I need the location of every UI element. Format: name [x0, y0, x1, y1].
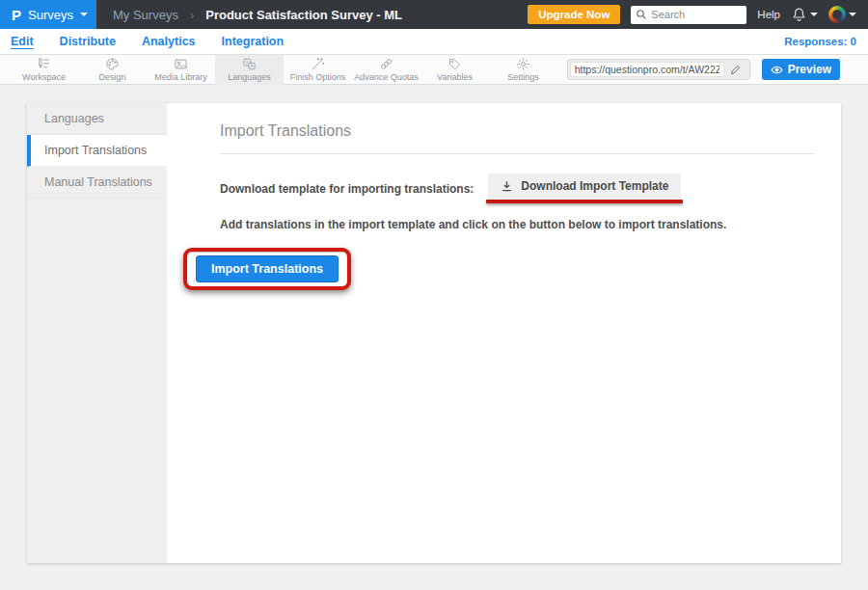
responses-count[interactable]: Responses: 0 — [784, 36, 856, 47]
languages-panel: Languages Import Translations Manual Tra… — [27, 103, 841, 563]
chevron-down-icon — [849, 13, 856, 16]
breadcrumb-separator: › — [190, 8, 194, 22]
global-search[interactable] — [631, 6, 746, 24]
toolbar-item-advance-quotas[interactable]: Advance Quotas — [352, 55, 420, 85]
breadcrumb-my-surveys[interactable]: My Surveys — [113, 8, 178, 22]
topbar-actions: Upgrade Now Help — [528, 5, 868, 24]
surveys-product-menu[interactable]: P Surveys — [0, 0, 96, 29]
chevron-down-icon — [80, 13, 88, 16]
top-bar: P Surveys My Surveys › Product Satisfact… — [0, 0, 868, 29]
download-template-wrap: Download Import Template — [488, 174, 681, 203]
product-menu-label: Surveys — [28, 8, 73, 22]
preview-button[interactable]: Preview — [762, 59, 840, 80]
download-import-template-button[interactable]: Download Import Template — [488, 174, 681, 199]
tab-integration[interactable]: Integration — [222, 35, 285, 48]
toolbar-item-languages[interactable]: xA Languages — [215, 55, 284, 85]
divider — [220, 153, 815, 154]
breadcrumb: My Surveys › Product Satisfaction Survey… — [113, 8, 402, 22]
download-button-label: Download Import Template — [521, 179, 668, 193]
search-icon — [636, 9, 647, 20]
download-icon — [501, 180, 513, 193]
search-input[interactable] — [651, 9, 742, 20]
notifications-menu[interactable] — [791, 7, 818, 23]
survey-nav-tabs: Edit Distribute Analytics Integration Re… — [0, 29, 868, 55]
survey-title: Product Satisfaction Survey - ML — [205, 8, 402, 22]
help-link[interactable]: Help — [757, 9, 780, 20]
languages-sidebar: Languages Import Translations Manual Tra… — [27, 103, 167, 563]
sidebar-item-import-translations[interactable]: Import Translations — [27, 135, 167, 167]
workspace-icon — [37, 57, 51, 71]
download-template-label: Download template for importing translat… — [220, 182, 474, 196]
tab-distribute[interactable]: Distribute — [60, 35, 116, 48]
bell-icon — [791, 7, 807, 23]
survey-url-input[interactable] — [570, 62, 724, 77]
chevron-down-icon — [810, 13, 818, 16]
toolbar-item-workspace[interactable]: Workspace — [10, 55, 78, 85]
sidebar-item-languages[interactable]: Languages — [27, 103, 167, 135]
variables-icon — [448, 57, 462, 71]
upgrade-now-button[interactable]: Upgrade Now — [528, 5, 620, 24]
toolbar-item-design[interactable]: Design — [78, 55, 147, 85]
avatar — [828, 6, 846, 23]
design-icon — [105, 57, 120, 71]
settings-icon — [516, 57, 530, 71]
eye-icon — [771, 64, 783, 76]
toolbar-item-finish-options[interactable]: Finish Options — [284, 55, 352, 85]
tab-edit[interactable]: Edit — [11, 35, 34, 48]
survey-url-box — [567, 59, 750, 80]
download-template-row: Download template for importing translat… — [220, 174, 815, 203]
toolbar-item-media-library[interactable]: Media Library — [147, 55, 215, 85]
import-translations-button[interactable]: Import Translations — [196, 255, 339, 282]
advance-quotas-icon — [379, 57, 393, 71]
questionpro-logo: P — [12, 7, 21, 23]
edit-url-button[interactable] — [724, 64, 747, 75]
preview-button-label: Preview — [788, 63, 831, 76]
finish-options-icon — [311, 57, 325, 71]
account-menu[interactable] — [828, 6, 856, 23]
annotation-underline — [486, 200, 683, 203]
languages-icon: xA — [242, 57, 257, 71]
tab-analytics[interactable]: Analytics — [142, 35, 196, 48]
import-translations-content: Import Translations Download template fo… — [167, 103, 841, 563]
page-title: Import Translations — [220, 122, 815, 140]
instructions-text: Add translations in the import template … — [220, 218, 815, 231]
sidebar-item-manual-translations[interactable]: Manual Translations — [27, 167, 167, 199]
annotation-box: Import Translations — [183, 248, 351, 290]
toolbar-item-variables[interactable]: Variables — [420, 55, 489, 85]
pencil-icon — [730, 64, 742, 75]
edit-toolbar: Workspace Design Media Library xA Langua… — [0, 55, 868, 85]
media-library-icon — [174, 57, 188, 71]
toolbar-item-settings[interactable]: Settings — [489, 55, 557, 85]
